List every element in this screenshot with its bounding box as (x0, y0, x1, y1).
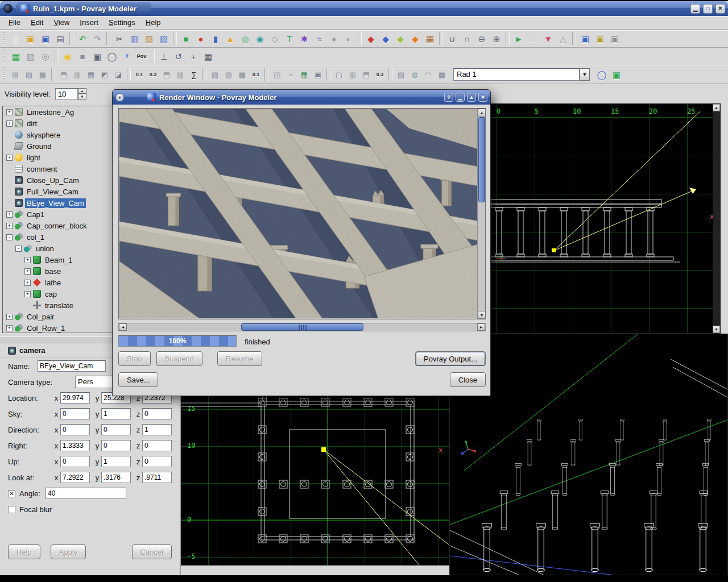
camera-name-field[interactable] (38, 360, 106, 372)
insert-torus-icon[interactable]: ◎ (238, 31, 253, 46)
global-settings-icon[interactable]: ▩ (435, 68, 449, 81)
radiosity-icon[interactable]: ◎ (38, 49, 53, 64)
finish-icon[interactable]: ▦ (84, 68, 98, 81)
window-titlebar[interactable]: Ruin_1.kpm - Povray Modeler ▁ □ ✕ (0, 1, 728, 16)
image-vertical-scrollbar[interactable]: ▲ ▼ (477, 109, 485, 319)
material-map-icon[interactable]: ◪ (111, 68, 125, 81)
dialog-close-action-button[interactable]: Close (450, 372, 486, 387)
up-x-field[interactable] (60, 456, 90, 467)
visibility-level-input[interactable] (55, 88, 78, 100)
warp-icon[interactable]: ◫ (270, 68, 284, 81)
resume-button[interactable]: Resume (217, 351, 262, 366)
render-preview-icon[interactable]: ◯ (594, 67, 609, 82)
pigment-icon[interactable]: ▤ (57, 68, 71, 81)
image-horizontal-scrollbar[interactable]: ◄ ► (118, 323, 486, 331)
copy-icon[interactable]: ▥ (127, 31, 142, 46)
insert-camera-target-icon[interactable]: ▣ (593, 31, 607, 46)
insert-clock-icon[interactable]: ⊙ (526, 31, 541, 46)
location-x-field[interactable] (60, 392, 90, 404)
look_at-x-field[interactable] (60, 472, 90, 483)
axes-toggle-icon[interactable]: ⊥ (156, 49, 171, 64)
slope-map-icon[interactable]: ▧ (208, 68, 222, 81)
print-icon[interactable]: ▤ (53, 31, 68, 46)
sky-y-field[interactable] (101, 408, 131, 419)
csg-intersection-icon[interactable]: ∩ (460, 31, 474, 46)
tree-expander[interactable]: + (6, 325, 13, 331)
texture-view-icon[interactable]: ▦ (9, 49, 23, 64)
save-file-icon[interactable]: ▣ (38, 31, 53, 46)
angle-field[interactable] (46, 488, 126, 499)
focal-blur-checkbox[interactable] (8, 506, 15, 513)
tree-expander[interactable]: + (6, 120, 13, 127)
insert-light-icon[interactable]: ► (511, 31, 526, 46)
texture-checker-icon[interactable]: ▨ (22, 68, 36, 81)
spin-down-icon[interactable]: ▼ (78, 94, 86, 99)
rendered-image[interactable] (119, 109, 478, 318)
dialog-help-button[interactable]: ? (444, 93, 453, 102)
window-menu-button[interactable] (3, 4, 13, 13)
menu-insert[interactable]: Insert (75, 17, 104, 28)
turbulence-icon[interactable]: ≈ (284, 68, 297, 81)
render-scene-icon[interactable]: ▣ (609, 67, 624, 82)
insert-cylinder-icon[interactable]: ▮ (208, 31, 223, 46)
direction-y-field[interactable] (101, 424, 131, 435)
radiosity-combo[interactable]: Rad 1 ▼ (453, 68, 590, 81)
light-bulb-icon[interactable]: ◉ (60, 49, 75, 64)
tree-expander[interactable]: + (6, 211, 13, 218)
comment-insert-icon[interactable]: // (119, 49, 134, 64)
tree-expander[interactable]: + (24, 257, 31, 263)
direction-x-field[interactable] (60, 424, 90, 435)
insert-box-icon[interactable]: ■ (179, 31, 193, 46)
pattern-icon[interactable]: ▣ (311, 68, 325, 81)
up-y-field[interactable] (101, 456, 131, 467)
insert-disc-icon[interactable]: ◐ (341, 31, 356, 46)
tree-expander[interactable]: + (6, 109, 13, 115)
toolbar-handle[interactable] (2, 49, 7, 63)
up-z-field[interactable] (142, 456, 172, 467)
stop-button[interactable]: Stop (118, 351, 151, 366)
insert-height-field-icon[interactable]: ▦ (423, 31, 437, 46)
scroll-down-icon[interactable]: ▼ (478, 311, 486, 319)
tree-expander[interactable]: - (6, 234, 13, 240)
right-y-field[interactable] (101, 440, 131, 451)
insert-triangle-icon[interactable]: △ (556, 31, 570, 46)
skysphere-insert-icon[interactable]: ◍ (408, 68, 421, 81)
insert-cone-icon[interactable]: ▲ (223, 31, 238, 46)
viewport-perspective[interactable] (449, 334, 728, 575)
menu-view[interactable]: View (48, 17, 75, 28)
chevron-down-icon[interactable]: ▼ (580, 68, 590, 81)
rotate-tool-icon[interactable]: ↺ (171, 49, 186, 64)
color-list-icon[interactable]: ▤ (160, 68, 173, 81)
menu-help[interactable]: Help (140, 17, 166, 28)
insert-text-icon[interactable]: T (282, 31, 297, 46)
color-map-entry-2-icon[interactable]: 0.3 (146, 68, 160, 81)
tree-expander[interactable]: + (6, 155, 13, 161)
move-tool-icon[interactable]: + (186, 49, 201, 64)
value-entry-1-icon[interactable]: 0.1 (249, 68, 263, 81)
dialog-titlebar[interactable]: ▾ Render Window - Povray Modeler ? ▁ ▲ ✕ (113, 90, 490, 105)
insert-blob-icon[interactable]: ◉ (253, 31, 267, 46)
tree-expander[interactable]: + (6, 314, 13, 320)
image-map-icon[interactable]: ▦ (297, 68, 311, 81)
close-button[interactable]: ✕ (715, 4, 725, 14)
insert-superellipsoid-icon[interactable]: ◆ (408, 31, 423, 46)
normal-icon[interactable]: ▥ (71, 68, 84, 81)
scattering-icon[interactable]: ▤ (359, 68, 373, 81)
open-folder-icon[interactable]: ▣ (23, 31, 38, 46)
suspend-button[interactable]: Suspend (156, 351, 202, 366)
tree-expander[interactable]: + (6, 223, 13, 229)
insert-julia-icon[interactable]: ✱ (297, 31, 312, 46)
toolbar-handle[interactable] (2, 32, 7, 45)
insert-sphere-sweep-icon[interactable]: ≈ (312, 31, 326, 46)
duplicate-icon[interactable]: ▨ (156, 31, 171, 46)
scroll-up-icon[interactable]: ▲ (478, 109, 486, 117)
cancel-button[interactable]: Cancel (132, 544, 172, 559)
insert-camera-icon[interactable]: ▣ (578, 31, 593, 46)
bump-map-icon[interactable]: ▩ (235, 68, 249, 81)
csg-difference-icon[interactable]: ⊖ (474, 31, 489, 46)
insert-sor-icon[interactable]: ◆ (393, 31, 408, 46)
tree-expander[interactable]: + (24, 268, 31, 275)
apply-button[interactable]: Apply (51, 544, 86, 559)
insert-camera-free-icon[interactable]: ▣ (607, 31, 622, 46)
material-preview-icon[interactable]: ▥ (23, 49, 38, 64)
